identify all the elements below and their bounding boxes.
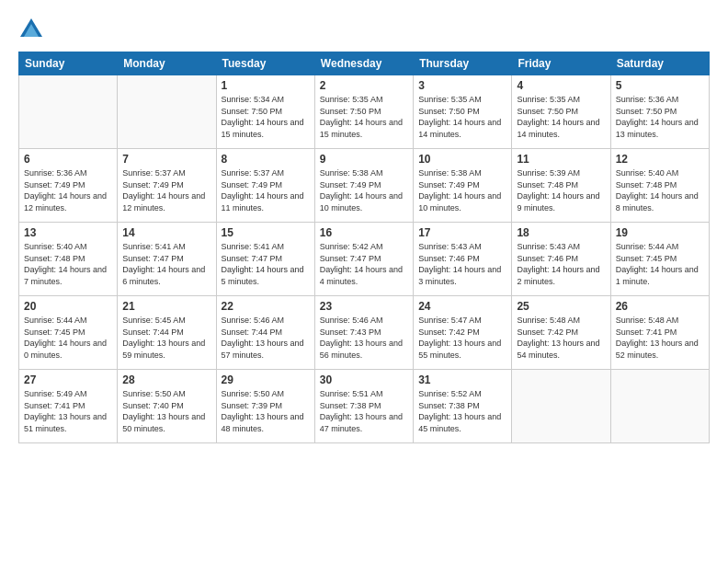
- day-info: Sunrise: 5:46 AMSunset: 7:43 PMDaylight:…: [320, 315, 408, 361]
- day-info: Sunrise: 5:45 AMSunset: 7:44 PMDaylight:…: [122, 315, 210, 361]
- day-info: Sunrise: 5:48 AMSunset: 7:41 PMDaylight:…: [616, 315, 704, 361]
- calendar-header-tuesday: Tuesday: [216, 52, 314, 75]
- day-info: Sunrise: 5:36 AMSunset: 7:49 PMDaylight:…: [24, 167, 112, 213]
- day-number: 22: [222, 300, 310, 313]
- day-info: Sunrise: 5:51 AMSunset: 7:38 PMDaylight:…: [320, 388, 408, 434]
- calendar-cell: 22Sunrise: 5:46 AMSunset: 7:44 PMDayligh…: [216, 296, 314, 370]
- calendar-cell: 21Sunrise: 5:45 AMSunset: 7:44 PMDayligh…: [118, 296, 216, 370]
- day-info: Sunrise: 5:47 AMSunset: 7:42 PMDaylight:…: [418, 315, 506, 361]
- calendar-cell: 31Sunrise: 5:52 AMSunset: 7:38 PMDayligh…: [414, 370, 512, 443]
- day-info: Sunrise: 5:44 AMSunset: 7:45 PMDaylight:…: [616, 241, 704, 287]
- day-number: 29: [222, 373, 310, 386]
- day-number: 25: [517, 300, 605, 313]
- day-number: 17: [418, 226, 506, 239]
- day-number: 2: [320, 79, 408, 92]
- calendar-cell: 15Sunrise: 5:41 AMSunset: 7:47 PMDayligh…: [216, 223, 314, 296]
- calendar-week-row: 1Sunrise: 5:34 AMSunset: 7:50 PMDaylight…: [19, 75, 710, 149]
- day-number: 14: [122, 226, 210, 239]
- day-number: 13: [24, 226, 112, 239]
- day-info: Sunrise: 5:38 AMSunset: 7:49 PMDaylight:…: [418, 167, 506, 213]
- day-info: Sunrise: 5:37 AMSunset: 7:49 PMDaylight:…: [222, 167, 310, 213]
- calendar-cell: 13Sunrise: 5:40 AMSunset: 7:48 PMDayligh…: [19, 223, 118, 296]
- calendar-header-sunday: Sunday: [19, 52, 118, 75]
- calendar-cell: 3Sunrise: 5:35 AMSunset: 7:50 PMDaylight…: [414, 75, 512, 149]
- day-info: Sunrise: 5:35 AMSunset: 7:50 PMDaylight:…: [418, 94, 506, 140]
- calendar-week-row: 20Sunrise: 5:44 AMSunset: 7:45 PMDayligh…: [19, 296, 710, 370]
- day-number: 6: [24, 153, 112, 166]
- calendar-cell: 30Sunrise: 5:51 AMSunset: 7:38 PMDayligh…: [314, 370, 413, 443]
- calendar-cell: 23Sunrise: 5:46 AMSunset: 7:43 PMDayligh…: [314, 296, 413, 370]
- day-number: 15: [222, 226, 310, 239]
- calendar-cell: [610, 370, 709, 443]
- logo-icon: [18, 17, 44, 42]
- day-info: Sunrise: 5:37 AMSunset: 7:49 PMDaylight:…: [122, 167, 210, 213]
- day-number: 26: [616, 300, 704, 313]
- calendar-cell: 27Sunrise: 5:49 AMSunset: 7:41 PMDayligh…: [19, 370, 118, 443]
- calendar-cell: 16Sunrise: 5:42 AMSunset: 7:47 PMDayligh…: [314, 223, 413, 296]
- calendar-header-wednesday: Wednesday: [314, 52, 413, 75]
- calendar-week-row: 13Sunrise: 5:40 AMSunset: 7:48 PMDayligh…: [19, 223, 710, 296]
- day-info: Sunrise: 5:42 AMSunset: 7:47 PMDaylight:…: [320, 241, 408, 287]
- calendar-cell: 17Sunrise: 5:43 AMSunset: 7:46 PMDayligh…: [414, 223, 512, 296]
- day-number: 21: [122, 300, 210, 313]
- calendar-cell: 14Sunrise: 5:41 AMSunset: 7:47 PMDayligh…: [118, 223, 216, 296]
- day-number: 27: [24, 373, 112, 386]
- day-info: Sunrise: 5:39 AMSunset: 7:48 PMDaylight:…: [517, 167, 605, 213]
- day-info: Sunrise: 5:50 AMSunset: 7:39 PMDaylight:…: [222, 388, 310, 434]
- day-number: 16: [320, 226, 408, 239]
- calendar-cell: 9Sunrise: 5:38 AMSunset: 7:49 PMDaylight…: [314, 149, 413, 223]
- calendar-cell: 18Sunrise: 5:43 AMSunset: 7:46 PMDayligh…: [512, 223, 610, 296]
- calendar-cell: 20Sunrise: 5:44 AMSunset: 7:45 PMDayligh…: [19, 296, 118, 370]
- calendar-cell: 26Sunrise: 5:48 AMSunset: 7:41 PMDayligh…: [610, 296, 709, 370]
- day-info: Sunrise: 5:48 AMSunset: 7:42 PMDaylight:…: [517, 315, 605, 361]
- day-info: Sunrise: 5:40 AMSunset: 7:48 PMDaylight:…: [616, 167, 704, 213]
- calendar-cell: 19Sunrise: 5:44 AMSunset: 7:45 PMDayligh…: [610, 223, 709, 296]
- calendar-cell: 25Sunrise: 5:48 AMSunset: 7:42 PMDayligh…: [512, 296, 610, 370]
- calendar-header-saturday: Saturday: [610, 52, 709, 75]
- day-info: Sunrise: 5:50 AMSunset: 7:40 PMDaylight:…: [122, 388, 210, 434]
- day-number: 24: [418, 300, 506, 313]
- day-number: 19: [616, 226, 704, 239]
- day-info: Sunrise: 5:36 AMSunset: 7:50 PMDaylight:…: [616, 94, 704, 140]
- header: [18, 17, 710, 42]
- day-number: 3: [418, 79, 506, 92]
- calendar-cell: 4Sunrise: 5:35 AMSunset: 7:50 PMDaylight…: [512, 75, 610, 149]
- day-number: 28: [122, 373, 210, 386]
- day-info: Sunrise: 5:41 AMSunset: 7:47 PMDaylight:…: [122, 241, 210, 287]
- day-number: 20: [24, 300, 112, 313]
- calendar-cell: 1Sunrise: 5:34 AMSunset: 7:50 PMDaylight…: [216, 75, 314, 149]
- day-info: Sunrise: 5:35 AMSunset: 7:50 PMDaylight:…: [320, 94, 408, 140]
- calendar-cell: 28Sunrise: 5:50 AMSunset: 7:40 PMDayligh…: [118, 370, 216, 443]
- calendar-cell: 12Sunrise: 5:40 AMSunset: 7:48 PMDayligh…: [610, 149, 709, 223]
- calendar-cell: 10Sunrise: 5:38 AMSunset: 7:49 PMDayligh…: [414, 149, 512, 223]
- calendar-week-row: 6Sunrise: 5:36 AMSunset: 7:49 PMDaylight…: [19, 149, 710, 223]
- calendar-cell: 8Sunrise: 5:37 AMSunset: 7:49 PMDaylight…: [216, 149, 314, 223]
- day-info: Sunrise: 5:35 AMSunset: 7:50 PMDaylight:…: [517, 94, 605, 140]
- page: SundayMondayTuesdayWednesdayThursdayFrid…: [0, 0, 728, 563]
- day-info: Sunrise: 5:46 AMSunset: 7:44 PMDaylight:…: [222, 315, 310, 361]
- calendar-cell: 7Sunrise: 5:37 AMSunset: 7:49 PMDaylight…: [118, 149, 216, 223]
- day-info: Sunrise: 5:38 AMSunset: 7:49 PMDaylight:…: [320, 167, 408, 213]
- day-number: 5: [616, 79, 704, 92]
- calendar-cell: 11Sunrise: 5:39 AMSunset: 7:48 PMDayligh…: [512, 149, 610, 223]
- day-number: 4: [517, 79, 605, 92]
- day-info: Sunrise: 5:44 AMSunset: 7:45 PMDaylight:…: [24, 315, 112, 361]
- day-info: Sunrise: 5:40 AMSunset: 7:48 PMDaylight:…: [24, 241, 112, 287]
- day-number: 23: [320, 300, 408, 313]
- calendar-cell: [118, 75, 216, 149]
- calendar-table: SundayMondayTuesdayWednesdayThursdayFrid…: [18, 52, 710, 443]
- day-number: 11: [517, 153, 605, 166]
- calendar-header-monday: Monday: [118, 52, 216, 75]
- calendar-cell: [19, 75, 118, 149]
- day-info: Sunrise: 5:49 AMSunset: 7:41 PMDaylight:…: [24, 388, 112, 434]
- day-number: 1: [222, 79, 310, 92]
- day-info: Sunrise: 5:43 AMSunset: 7:46 PMDaylight:…: [517, 241, 605, 287]
- calendar-header-thursday: Thursday: [414, 52, 512, 75]
- day-info: Sunrise: 5:52 AMSunset: 7:38 PMDaylight:…: [418, 388, 506, 434]
- logo: [18, 17, 46, 42]
- calendar-header-row: SundayMondayTuesdayWednesdayThursdayFrid…: [19, 52, 710, 75]
- day-number: 10: [418, 153, 506, 166]
- day-number: 9: [320, 153, 408, 166]
- calendar-header-friday: Friday: [512, 52, 610, 75]
- calendar-cell: 29Sunrise: 5:50 AMSunset: 7:39 PMDayligh…: [216, 370, 314, 443]
